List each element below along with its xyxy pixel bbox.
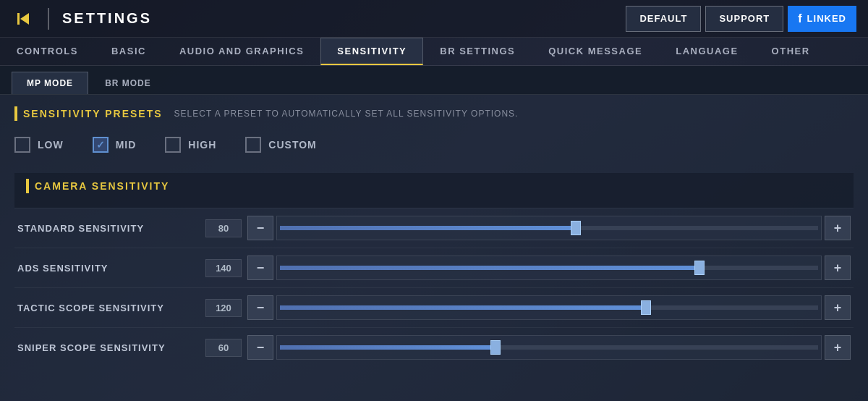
slider-standard: STANDARD SENSITIVITY 80 − +	[14, 208, 854, 248]
inner-content: SENSITIVITY PRESETS SELECT A PRESET TO A…	[0, 95, 868, 401]
slider-sniper-thumb[interactable]	[490, 340, 501, 355]
preset-high[interactable]: HIGH	[165, 137, 216, 153]
tab-br-settings[interactable]: BR SETTINGS	[423, 38, 532, 65]
camera-sensitivity-header: CAMERA SENSITIVITY	[26, 179, 842, 193]
slider-ads: ADS SENSITIVITY 140 − +	[14, 248, 854, 287]
slider-ads-minus[interactable]: −	[247, 256, 273, 280]
sensitivity-presets-title: SENSITIVITY PRESETS	[14, 106, 163, 121]
slider-standard-minus[interactable]: −	[247, 216, 273, 240]
header-title: SETTINGS	[62, 10, 152, 27]
tab-other[interactable]: OTHER	[755, 38, 827, 65]
slider-ads-rail	[280, 266, 818, 270]
slider-ads-label: ADS SENSITIVITY	[17, 263, 205, 274]
tab-sensitivity[interactable]: SENSITIVITY	[320, 38, 423, 65]
preset-high-label: HIGH	[188, 139, 216, 151]
preset-low[interactable]: LOW	[14, 137, 64, 153]
content-panel: MP MODE BR MODE SENSITIVITY PRESETS SELE…	[0, 66, 868, 401]
header: SETTINGS DEFAULT SUPPORT f LINKED	[0, 0, 868, 38]
slider-tactic: TACTIC SCOPE SENSITIVITY 120 − +	[14, 287, 854, 327]
slider-standard-track[interactable]	[276, 216, 822, 240]
slider-sniper-minus[interactable]: −	[247, 335, 273, 360]
presets-row: LOW MID HIGH CUSTOM	[14, 131, 854, 159]
slider-tactic-fill	[280, 305, 646, 310]
slider-standard-value: 80	[205, 219, 242, 237]
slider-tactic-rail	[280, 305, 818, 310]
preset-custom[interactable]: CUSTOM	[245, 137, 316, 153]
sub-tabs-bar: MP MODE BR MODE	[0, 66, 868, 95]
preset-low-checkbox[interactable]	[14, 137, 30, 153]
preset-high-checkbox[interactable]	[165, 137, 181, 153]
slider-ads-plus[interactable]: +	[825, 256, 851, 280]
camera-yellow-bar	[26, 179, 29, 193]
linked-label: LINKED	[807, 13, 846, 24]
sliders-container: STANDARD SENSITIVITY 80 − + ADS SENSITIV…	[14, 208, 854, 367]
preset-custom-label: CUSTOM	[268, 139, 316, 151]
sub-tab-mp-mode[interactable]: MP MODE	[12, 72, 88, 94]
preset-custom-checkbox[interactable]	[245, 137, 261, 153]
preset-mid-checkbox[interactable]	[93, 137, 109, 153]
slider-ads-track[interactable]	[276, 256, 822, 280]
tab-language[interactable]: LANGUAGE	[659, 38, 754, 65]
tab-audio-graphics[interactable]: AUDIO AND GRAPHICS	[163, 38, 320, 65]
tab-controls[interactable]: CONTROLS	[0, 38, 95, 65]
back-icon[interactable]	[12, 7, 35, 30]
header-buttons: DEFAULT SUPPORT f LINKED	[626, 6, 856, 32]
preset-mid-label: MID	[116, 139, 137, 151]
slider-ads-fill	[280, 266, 699, 270]
slider-standard-thumb[interactable]	[571, 221, 581, 235]
slider-tactic-plus[interactable]: +	[825, 295, 851, 320]
slider-standard-rail	[280, 226, 818, 230]
slider-ads-value: 140	[205, 259, 242, 277]
sub-tab-br-mode[interactable]: BR MODE	[90, 72, 166, 94]
header-divider	[48, 8, 49, 30]
slider-sniper-label: SNIPER SCOPE SENSITIVITY	[17, 342, 205, 353]
slider-sniper-rail	[280, 345, 818, 350]
camera-sensitivity-label: CAMERA SENSITIVITY	[35, 180, 169, 192]
slider-sniper: SNIPER SCOPE SENSITIVITY 60 − +	[14, 327, 854, 367]
yellow-accent-bar	[14, 106, 17, 121]
linked-button[interactable]: f LINKED	[788, 6, 856, 32]
sensitivity-presets-header: SENSITIVITY PRESETS SELECT A PRESET TO A…	[14, 106, 854, 121]
tab-basic[interactable]: BASIC	[95, 38, 163, 65]
slider-tactic-value: 120	[205, 299, 242, 317]
preset-mid[interactable]: MID	[93, 137, 137, 153]
facebook-icon: f	[798, 12, 802, 25]
svg-rect-1	[17, 13, 20, 25]
svg-marker-0	[20, 13, 29, 25]
slider-standard-plus[interactable]: +	[825, 216, 851, 240]
sensitivity-presets-desc: SELECT A PRESET TO AUTOMATICALLY SET ALL…	[174, 109, 519, 119]
slider-tactic-track[interactable]	[276, 295, 822, 320]
slider-tactic-minus[interactable]: −	[247, 295, 273, 320]
support-button[interactable]: SUPPORT	[705, 6, 783, 32]
tab-quick-message[interactable]: QUICK MESSAGE	[532, 38, 659, 65]
sensitivity-presets-label: SENSITIVITY PRESETS	[23, 108, 163, 119]
slider-sniper-value: 60	[205, 339, 242, 357]
default-button[interactable]: DEFAULT	[626, 6, 701, 32]
header-left: SETTINGS	[12, 7, 152, 30]
slider-sniper-plus[interactable]: +	[825, 335, 851, 360]
main-content: CONTROLS BASIC AUDIO AND GRAPHICS SENSIT…	[0, 38, 868, 401]
slider-tactic-thumb[interactable]	[641, 300, 651, 315]
camera-section-bg: CAMERA SENSITIVITY	[14, 173, 854, 208]
preset-low-label: LOW	[38, 139, 64, 151]
slider-standard-label: STANDARD SENSITIVITY	[17, 223, 205, 234]
slider-sniper-track[interactable]	[276, 335, 822, 360]
slider-ads-thumb[interactable]	[694, 261, 705, 275]
slider-standard-fill	[280, 226, 576, 230]
slider-sniper-fill	[280, 345, 495, 350]
slider-tactic-label: TACTIC SCOPE SENSITIVITY	[17, 303, 205, 313]
tabs-bar: CONTROLS BASIC AUDIO AND GRAPHICS SENSIT…	[0, 38, 868, 66]
